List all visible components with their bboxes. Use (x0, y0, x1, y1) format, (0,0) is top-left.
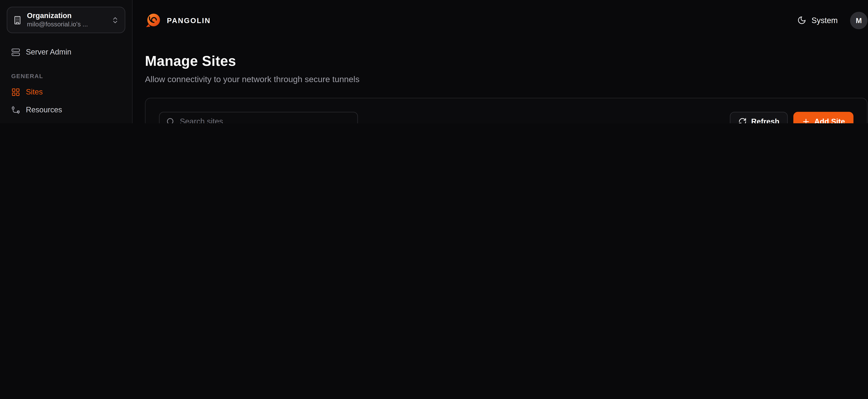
org-selector-label: Organization (27, 11, 106, 21)
search-icon (166, 117, 175, 123)
add-site-label: Add Site (814, 117, 845, 123)
sidebar-item-sites[interactable]: Sites (7, 83, 125, 101)
sidebar-item-label: Resources (26, 106, 62, 114)
refresh-icon (738, 117, 747, 123)
sites-panel: Refresh Add Site (145, 98, 867, 123)
brand[interactable]: PANGOLIN (145, 12, 211, 29)
sidebar: Organization milo@fossorial.io's ... Ser… (0, 0, 133, 123)
sidebar-item-label: Sites (26, 89, 43, 96)
search-input[interactable] (180, 117, 351, 123)
grid-icon (11, 88, 20, 97)
theme-toggle[interactable]: System (798, 16, 838, 25)
refresh-button[interactable]: Refresh (730, 112, 788, 123)
cable-icon (11, 106, 20, 115)
sidebar-item-label: Server Admin (26, 49, 71, 56)
moon-icon (798, 16, 807, 25)
theme-label: System (812, 16, 838, 25)
sidebar-item-server-admin[interactable]: Server Admin (7, 43, 125, 61)
building-icon (13, 16, 22, 25)
org-selector[interactable]: Organization milo@fossorial.io's ... (7, 7, 125, 33)
page-title: Manage Sites (145, 53, 867, 69)
org-selector-value: milo@fossorial.io's ... (27, 20, 106, 29)
app-window: Organization milo@fossorial.io's ... Ser… (0, 0, 868, 123)
main-content: PANGOLIN System M Manage Sites Allow con… (133, 0, 868, 123)
page-subtitle: Allow connectivity to your network throu… (145, 74, 867, 84)
server-icon (11, 48, 20, 57)
sidebar-item-domains[interactable]: Domains (7, 119, 125, 123)
sidebar-nav: Server Admin GENERAL Sites Resources Do (7, 43, 125, 123)
chevrons-up-down-icon (111, 16, 119, 24)
section-label-general: GENERAL (11, 72, 121, 79)
topbar: PANGOLIN System M (145, 0, 867, 40)
sites-toolbar: Refresh Add Site (159, 112, 854, 123)
add-site-button[interactable]: Add Site (794, 112, 854, 123)
page-header: Manage Sites Allow connectivity to your … (145, 53, 867, 84)
sidebar-item-resources[interactable]: Resources (7, 101, 125, 119)
search-box (159, 112, 358, 123)
pangolin-logo-icon (145, 12, 162, 29)
brand-name: PANGOLIN (167, 16, 211, 25)
plus-icon (802, 117, 810, 123)
refresh-label: Refresh (751, 117, 779, 123)
user-avatar[interactable]: M (850, 11, 867, 29)
